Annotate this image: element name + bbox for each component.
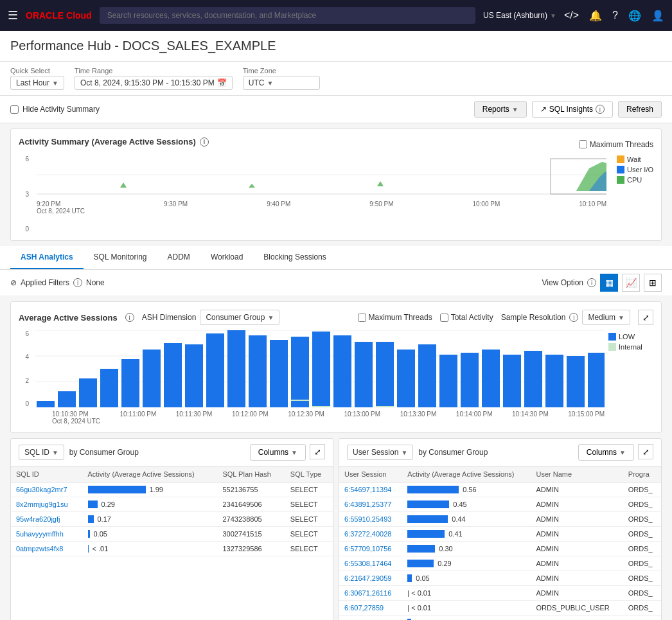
svg-rect-30: [418, 344, 436, 407]
activity-cell: 0.05: [83, 527, 218, 542]
hamburger-icon[interactable]: ☰: [8, 8, 18, 22]
grid-view-button[interactable]: ⊞: [644, 274, 662, 292]
bell-icon[interactable]: 🔔: [589, 10, 602, 22]
user-session-link[interactable]: 6:37272,40028: [344, 530, 391, 538]
legend-wait: Wait: [617, 155, 653, 163]
activity-cell: 1.99: [83, 483, 218, 497]
max-threads-toggle[interactable]: [579, 140, 587, 148]
sql-insights-button[interactable]: ↗ SQL Insights i: [532, 101, 613, 118]
tab-addm[interactable]: ADDM: [157, 246, 200, 269]
sql-id-link[interactable]: 5uhavyyymffhh: [16, 530, 64, 538]
user-session-link[interactable]: 6:57709,10756: [344, 545, 391, 553]
search-input[interactable]: [100, 7, 475, 24]
line-chart-view-button[interactable]: 📈: [622, 274, 640, 292]
info-icon[interactable]: i: [596, 105, 605, 114]
svg-rect-39: [291, 400, 309, 401]
activity-cell: 0.45: [402, 497, 531, 512]
info-icon[interactable]: i: [200, 137, 209, 146]
ash-dimension-dropdown[interactable]: Consumer Group ▼: [200, 310, 279, 325]
svg-marker-2: [120, 182, 127, 188]
tab-blocking-sessions[interactable]: Blocking Sessions: [253, 246, 336, 269]
sql-columns-button[interactable]: Columns ▼: [250, 444, 306, 461]
svg-rect-26: [333, 335, 351, 407]
info-icon[interactable]: i: [125, 313, 134, 322]
reports-button[interactable]: Reports ▼: [474, 101, 527, 118]
activity-bar: 1.99: [88, 486, 213, 493]
bar-chart-view-button[interactable]: ▦: [600, 274, 618, 292]
globe-icon[interactable]: 🌐: [628, 10, 641, 22]
legend-cpu: CPU: [617, 176, 653, 184]
tab-ash-analytics[interactable]: ASH Analytics: [10, 246, 84, 269]
plan-hash-cell: 3002741515: [217, 527, 285, 542]
sample-resolution-dropdown[interactable]: Medium ▼: [582, 310, 630, 325]
svg-rect-21: [227, 330, 245, 407]
user-icon[interactable]: 👤: [651, 10, 664, 22]
username-cell: ORDS_PUBLIC_USER: [531, 601, 623, 616]
user-session-link[interactable]: 6:30671,26116: [344, 589, 391, 597]
user-session-link[interactable]: 6:55910,25493: [344, 515, 391, 523]
sql-id-link[interactable]: 95w4ra620jgfj: [16, 515, 60, 523]
total-activity-option[interactable]: Total Activity: [440, 313, 493, 322]
col-sql-type: SQL Type: [285, 466, 333, 483]
col-activity: Activity (Average Active Sessions): [83, 466, 218, 483]
sql-id-table-section: SQL ID ▼ by Consumer Group Columns ▼ ⤢ S…: [10, 438, 333, 620]
help-icon[interactable]: ?: [612, 10, 618, 21]
info-icon[interactable]: i: [569, 313, 578, 322]
hide-activity-toggle[interactable]: [10, 105, 19, 114]
time-range-input[interactable]: Oct 8, 2024, 9:15:30 PM - 10:15:30 PM 📅: [75, 76, 233, 90]
plan-hash-cell: 2743238805: [217, 512, 285, 527]
chevron-down-icon: ▼: [619, 449, 626, 456]
svg-rect-34: [503, 355, 521, 407]
program-cell: ORDS_: [623, 601, 661, 616]
user-session-link[interactable]: 6:21647,29059: [344, 574, 391, 582]
sql-id-link[interactable]: 66gu30kag2mr7: [16, 486, 67, 493]
expand-button[interactable]: ⤢: [638, 310, 653, 325]
aas-legend: LOW Internal: [608, 330, 653, 425]
program-cell: ORDS_: [623, 556, 661, 571]
quick-select-dropdown[interactable]: Last Hour ▼: [10, 76, 64, 90]
chevron-down-icon: ▼: [267, 314, 274, 321]
table-row: 95w4ra620jgfj 0.17 2743238805 SELECT: [11, 512, 333, 527]
region-selector[interactable]: US East (Ashburn) ▼: [483, 11, 556, 20]
col-sql-id: SQL ID: [11, 466, 83, 483]
user-session-link[interactable]: 6:54697,11394: [344, 486, 391, 493]
user-session-id-cell: 6:54697,11394: [339, 483, 402, 497]
user-session-id-cell: 6:21647,29059: [339, 571, 402, 586]
user-session-link[interactable]: 6:55308,17464: [344, 560, 391, 567]
user-session-id-cell: 6:43891,25377: [339, 497, 402, 512]
code-icon[interactable]: </>: [564, 10, 579, 21]
tab-sql-monitoring[interactable]: SQL Monitoring: [84, 246, 157, 269]
activity-bar: 0.05: [88, 530, 213, 538]
user-session-button[interactable]: User Session ▼: [347, 445, 413, 460]
username-cell: ADMIN: [531, 497, 623, 512]
info-icon[interactable]: i: [587, 278, 596, 287]
cpu-color: [617, 176, 624, 184]
sql-id-link[interactable]: 0atmpzwts4fx8: [16, 545, 63, 553]
max-threads-checkbox[interactable]: Maximum Threads: [579, 140, 653, 149]
sql-id-link[interactable]: 8x2mmjug9g1su: [16, 500, 68, 508]
activity-cell: 0.56: [402, 483, 531, 497]
sql-expand-button[interactable]: ⤢: [310, 444, 325, 459]
time-zone-dropdown[interactable]: UTC ▼: [243, 76, 320, 90]
sql-id-button[interactable]: SQL ID ▼: [19, 445, 64, 460]
tab-workload[interactable]: Workload: [200, 246, 253, 269]
hide-activity-checkbox[interactable]: Hide Activity Summary: [10, 105, 100, 114]
sql-by-label: by Consumer Group: [69, 448, 139, 457]
max-threads-checkbox-input[interactable]: [358, 314, 366, 322]
legend-low: LOW: [608, 333, 653, 341]
svg-rect-13: [58, 391, 76, 407]
col-activity: Activity (Average Active Sessions): [402, 466, 531, 483]
activity-cell: < .01: [83, 542, 218, 556]
user-session-columns-button[interactable]: Columns ▼: [578, 444, 634, 461]
refresh-button[interactable]: Refresh: [618, 101, 662, 118]
user-session-link[interactable]: 6:43891,25377: [344, 500, 391, 508]
user-session-link[interactable]: 6:607,27859: [344, 604, 384, 612]
info-icon[interactable]: i: [73, 278, 82, 287]
activity-chart-area: 6 3 0 9:20 PMOct 8, 2024 UTC 9:30 PM: [19, 155, 653, 233]
user-session-expand-button[interactable]: ⤢: [638, 444, 653, 459]
total-activity-checkbox-input[interactable]: [440, 314, 448, 322]
aas-options: Maximum Threads Total Activity Sample Re…: [358, 310, 654, 325]
max-threads-option[interactable]: Maximum Threads: [358, 313, 432, 322]
username-cell: ADMIN: [531, 512, 623, 527]
svg-rect-36: [545, 355, 563, 407]
